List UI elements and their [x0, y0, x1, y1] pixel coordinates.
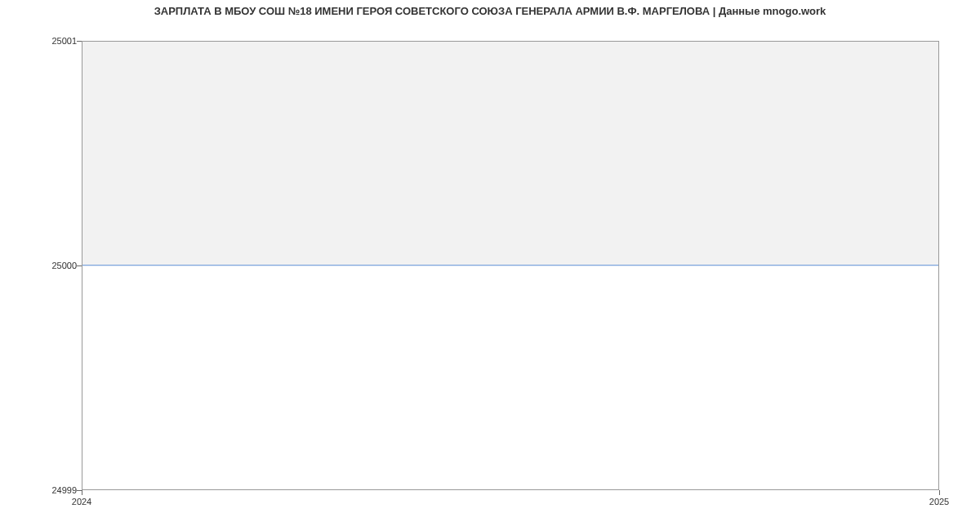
data-line: [82, 265, 938, 266]
x-tick-label: 2024: [72, 497, 91, 506]
chart-title: ЗАРПЛАТА В МБОУ СОШ №18 ИМЕНИ ГЕРОЯ СОВЕ…: [0, 0, 980, 17]
x-tick-label: 2025: [929, 497, 949, 506]
x-tick: [82, 490, 82, 495]
plot-area: [82, 41, 939, 490]
y-tick: [77, 41, 82, 42]
y-tick: [77, 266, 82, 266]
lower-region: [82, 266, 938, 489]
y-tick-label: 24999: [51, 485, 77, 495]
y-tick-label: 25001: [51, 36, 77, 46]
x-tick: [939, 490, 940, 495]
fill-region: [82, 42, 938, 266]
y-tick-label: 25000: [51, 261, 77, 270]
